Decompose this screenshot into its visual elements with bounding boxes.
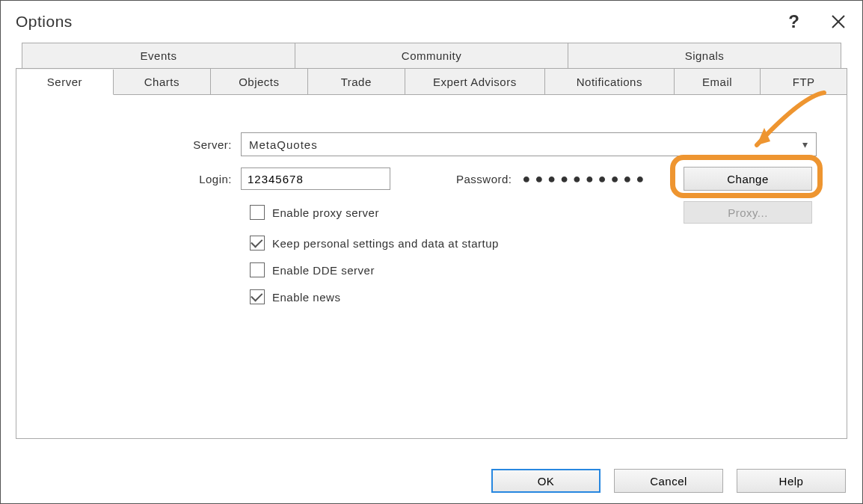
tab-objects[interactable]: Objects	[211, 69, 308, 94]
tab-server[interactable]: Server	[16, 70, 114, 95]
label-enable-proxy[interactable]: Enable proxy server	[272, 206, 379, 219]
row-news: Enable news	[46, 289, 817, 304]
tab-panel-server: Server: MetaQuotes ▾ Login: Password: ●●…	[16, 95, 847, 439]
change-button[interactable]: Change	[684, 167, 812, 191]
tab-row-back: Events Community Signals	[22, 43, 841, 68]
proxy-button: Proxy...	[684, 201, 812, 224]
label-news[interactable]: Enable news	[272, 291, 340, 304]
password-mask: ●●●●●●●●●●	[523, 171, 649, 187]
row-dde: Enable DDE server	[46, 262, 817, 277]
window-title: Options	[16, 13, 73, 31]
help-button[interactable]: Help	[737, 469, 846, 493]
cancel-button[interactable]: Cancel	[614, 469, 723, 493]
row-keep-settings: Keep personal settings and data at start…	[46, 236, 817, 251]
titlebar-controls: ?	[788, 11, 847, 32]
dialog-footer: OK Cancel Help	[491, 469, 846, 493]
label-password: Password:	[456, 173, 512, 185]
tab-email[interactable]: Email	[675, 69, 761, 94]
tab-expert-advisors[interactable]: Expert Advisors	[405, 69, 545, 94]
tab-community[interactable]: Community	[295, 43, 568, 68]
tab-charts[interactable]: Charts	[114, 69, 211, 94]
checkbox-dde[interactable]	[250, 262, 265, 277]
tab-events[interactable]: Events	[22, 43, 295, 68]
label-server: Server:	[46, 138, 241, 151]
tab-row-front: Server Charts Objects Trade Expert Advis…	[16, 68, 847, 95]
checkbox-enable-proxy[interactable]	[250, 205, 265, 220]
chevron-down-icon: ▾	[802, 138, 808, 150]
tab-notifications[interactable]: Notifications	[545, 69, 675, 94]
tab-trade[interactable]: Trade	[308, 69, 405, 94]
titlebar: Options ?	[1, 1, 862, 43]
help-icon[interactable]: ?	[788, 11, 799, 32]
label-login: Login:	[46, 173, 241, 185]
login-input[interactable]	[241, 168, 390, 190]
checkbox-news[interactable]	[250, 289, 265, 304]
label-keep-settings[interactable]: Keep personal settings and data at start…	[272, 237, 499, 250]
server-select[interactable]: MetaQuotes ▾	[241, 132, 817, 156]
close-icon[interactable]	[829, 13, 847, 31]
row-server: Server: MetaQuotes ▾	[46, 132, 817, 156]
tabs-area: Events Community Signals Server Charts O…	[1, 43, 862, 439]
server-value: MetaQuotes	[249, 138, 318, 151]
tab-signals[interactable]: Signals	[568, 43, 841, 68]
options-dialog: Options ? Events Community Signals Serve…	[0, 0, 863, 504]
label-dde[interactable]: Enable DDE server	[272, 264, 375, 277]
row-login: Login: Password: ●●●●●●●●●● Change	[46, 167, 817, 191]
row-proxy: Enable proxy server Proxy...	[46, 201, 817, 224]
tab-ftp[interactable]: FTP	[761, 69, 847, 94]
ok-button[interactable]: OK	[491, 469, 601, 493]
checkbox-keep-settings[interactable]	[250, 236, 265, 251]
